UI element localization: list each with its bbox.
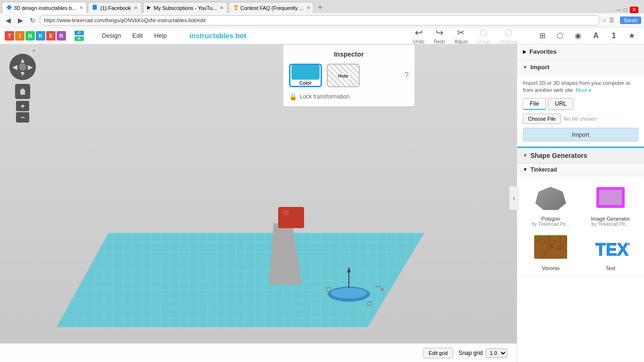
shape-item-image-gen[interactable]: Image Generator by Tinkercad Pe... xyxy=(583,181,639,227)
tab-youtube-favicon: ▶ xyxy=(147,5,152,11)
snap-grid-row: Snap grid 1.0 xyxy=(459,348,507,358)
maximize-button[interactable]: □ xyxy=(624,7,627,13)
favorites-header[interactable]: ▶ Favorites xyxy=(517,44,644,59)
logo-k: K xyxy=(36,31,45,41)
color-button[interactable]: Color xyxy=(289,64,322,87)
address-bar[interactable] xyxy=(40,15,600,25)
tab-youtube[interactable]: ▶ My Subscriptions - YouTu... ✕ xyxy=(143,2,228,13)
adjust-icon: ✂ xyxy=(457,27,465,38)
tab-facebook-favicon: 📘 xyxy=(92,5,99,11)
adjust-button[interactable]: ✂ Adjust xyxy=(454,27,468,44)
snap-grid-select[interactable]: 1.0 xyxy=(486,348,507,358)
logo-n: N xyxy=(25,31,35,41)
import-description: Import 2D or 3D shapes from your compute… xyxy=(523,80,638,94)
ungroup-button[interactable]: ⬡ Ungroup xyxy=(500,27,518,44)
undo-button[interactable]: ↩ Undo xyxy=(413,27,424,44)
tinkercad-sub-title: Tinkercad xyxy=(530,166,557,173)
tinkercad-logo: T I N K E R xyxy=(5,31,66,41)
ungroup-icon: ⬡ xyxy=(504,27,512,38)
inspector-panel: Inspector Color Hole ? 🔒 Lock transforma… xyxy=(283,44,415,107)
shape-item-polygon[interactable]: Polygon by Tinkercad Pe... xyxy=(523,181,579,227)
svg-rect-4 xyxy=(599,190,622,205)
robot-body xyxy=(269,223,302,285)
file-name-label: No file chosen xyxy=(564,116,597,122)
shape-imagegen-name: Image Generator xyxy=(591,216,630,222)
import-file-row: Choose File No file chosen xyxy=(523,114,638,124)
tab-contest-close[interactable]: ✕ xyxy=(306,5,310,10)
tab-tinkercad[interactable]: 🔷 3D design instructables b... ✕ xyxy=(2,2,87,13)
shape-text-name: Text xyxy=(606,265,615,271)
project-title: instructables bot xyxy=(190,32,247,40)
favorites-title: Favorites xyxy=(529,48,557,55)
menu-design[interactable]: Design xyxy=(96,29,126,42)
toolbar: ↩ Undo ↪ Redo ✂ Adjust ⬡ Group ⬡ Ungroup xyxy=(413,27,518,44)
inspector-colors: Color Hole ? xyxy=(289,64,409,87)
adjust-label: Adjust xyxy=(454,39,468,44)
browser-chrome: 🔷 3D design instructables b... ✕ 📘 (1) F… xyxy=(0,0,644,27)
back-button[interactable]: ◀ xyxy=(3,15,13,25)
import-button[interactable]: Import xyxy=(523,128,638,141)
3d-view-button[interactable]: ⬡ xyxy=(553,28,568,43)
3d-viewport[interactable] xyxy=(0,44,517,362)
group-button[interactable]: ⬡ Group xyxy=(477,27,490,44)
hole-button[interactable]: Hole xyxy=(327,64,360,87)
tab-facebook[interactable]: 📘 (1) Facebook ✕ xyxy=(88,2,142,13)
logo-t: T xyxy=(5,31,14,41)
grid-view-button[interactable]: ⊞ xyxy=(535,28,550,43)
canvas-area[interactable]: ? ▲ ▼ ◀ ▶ + − xyxy=(0,44,517,362)
user-profile[interactable]: Sarah xyxy=(620,16,641,24)
shape-item-text[interactable]: TEXT Text xyxy=(583,230,639,271)
menu-edit[interactable]: Edit xyxy=(126,29,148,42)
choose-file-button[interactable]: Choose File xyxy=(523,114,561,124)
redo-button[interactable]: ↪ Redo xyxy=(434,27,445,44)
shape-item-voronoi[interactable]: Voronoi xyxy=(523,230,579,271)
number-view-button[interactable]: 1 xyxy=(606,28,621,43)
robot-head xyxy=(278,207,304,228)
ungroup-label: Ungroup xyxy=(500,39,518,44)
menu-help[interactable]: Help xyxy=(149,29,173,42)
tab-tinkercad-title: 3D design instructables b... xyxy=(14,5,76,11)
tab-tinkercad-close[interactable]: ✕ xyxy=(79,5,83,10)
close-button[interactable]: ✕ xyxy=(630,7,638,13)
minimize-button[interactable]: ─ xyxy=(617,7,621,13)
sphere-view-button[interactable]: ◉ xyxy=(570,28,586,43)
color-swatch xyxy=(291,65,320,80)
inspector-help-button[interactable]: ? xyxy=(405,71,409,80)
import-tab-file[interactable]: File xyxy=(523,98,546,110)
edit-grid-button[interactable]: Edit grid xyxy=(423,348,453,358)
tab-facebook-close[interactable]: ✕ xyxy=(134,5,138,10)
import-section-header[interactable]: ▼ Import xyxy=(517,60,644,75)
shape-imagegen-thumb xyxy=(589,181,632,214)
forward-button[interactable]: ▶ xyxy=(15,15,25,25)
shape-polygon-thumb xyxy=(529,181,572,214)
import-tab-url[interactable]: URL xyxy=(548,98,573,110)
tab-contest[interactable]: 🏆 Contest FAQ (Frequently ... ✕ xyxy=(229,2,314,13)
bookmark-star-icon[interactable]: ☆ xyxy=(602,17,607,24)
lock-label: Lock transformation xyxy=(300,93,349,100)
tinkercad-subsection[interactable]: ▼ Tinkercad xyxy=(517,164,644,176)
sidebar-scroll-arrow[interactable]: › xyxy=(509,186,519,210)
tab-tinkercad-favicon: 🔷 xyxy=(6,5,12,11)
bottom-bar: Edit grid Snap grid 1.0 xyxy=(0,343,517,362)
tinkercad-sub-arrow-icon: ▼ xyxy=(523,167,528,172)
import-more-link[interactable]: More ▸ xyxy=(576,87,592,93)
shape-gen-arrow-icon: ▼ xyxy=(523,153,528,158)
group-icon: ⬡ xyxy=(479,27,487,38)
tab-youtube-close[interactable]: ✕ xyxy=(220,5,223,10)
main-content: ? ▲ ▼ ◀ ▶ + − xyxy=(0,44,644,362)
favorites-arrow-icon: ▶ xyxy=(523,49,527,54)
svg-marker-2 xyxy=(536,187,566,210)
settings-icon[interactable]: ☰ xyxy=(609,17,614,24)
import-section: ▼ Import Import 2D or 3D shapes from you… xyxy=(517,60,644,147)
robot-eye xyxy=(283,210,289,215)
tab-youtube-title: My Subscriptions - YouTu... xyxy=(154,5,217,11)
new-tab-button[interactable]: + xyxy=(314,2,326,13)
shape-generators-header[interactable]: ▼ Shape Generators xyxy=(517,147,644,164)
svg-text:TEXT: TEXT xyxy=(595,240,629,259)
right-sidebar: ▶ Favorites ▼ Import Import 2D or 3D sha… xyxy=(517,44,644,362)
refresh-button[interactable]: ↻ xyxy=(27,15,38,25)
logo-e: E xyxy=(46,31,56,41)
star-view-button[interactable]: ★ xyxy=(624,28,639,43)
shape-polygon-by: by Tinkercad Pe... xyxy=(532,222,570,227)
text-view-button[interactable]: A xyxy=(588,28,603,43)
